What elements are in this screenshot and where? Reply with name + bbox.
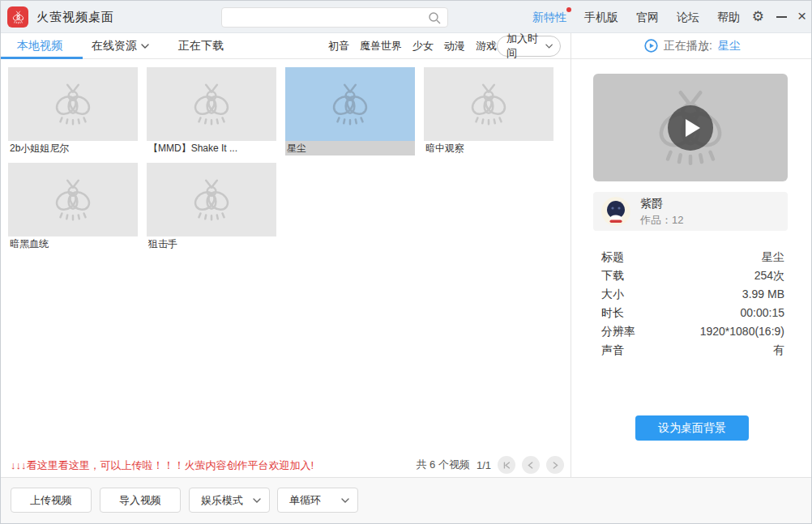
author-works-count: 作品：12 <box>640 213 683 228</box>
status-row: ↓↓↓看这里看这里，可以上传啦！！！火萤内容创作平台欢迎加入! 共 6 个视频 … <box>1 453 571 477</box>
video-card[interactable]: 暗黑血统 <box>8 163 138 251</box>
play-button[interactable] <box>668 105 713 151</box>
play-triangle-icon <box>686 119 700 137</box>
titlebar-links: 新特性 手机版 官网 论坛 帮助 <box>532 11 740 25</box>
now-playing-label: 正在播放: <box>664 39 712 53</box>
app-logo <box>7 6 28 28</box>
author-name: 紫爵 <box>640 197 663 211</box>
video-thumbnail[interactable] <box>8 67 138 141</box>
category-girl[interactable]: 少女 <box>412 39 434 53</box>
link-new-features[interactable]: 新特性 <box>532 11 566 25</box>
detail-row-size: 大小 3.99 MB <box>601 288 784 306</box>
prev-page-button[interactable] <box>522 456 540 474</box>
tab-downloading[interactable]: 正在下载 <box>178 39 224 53</box>
page-indicator: 1/1 <box>477 459 491 471</box>
avatar <box>601 197 630 226</box>
search-icon[interactable] <box>428 11 441 24</box>
import-video-button[interactable]: 导入视频 <box>100 488 181 513</box>
chevron-left-icon <box>526 461 536 470</box>
video-title: 暗黑血统 <box>8 236 138 251</box>
firefly-placeholder-icon <box>48 79 98 130</box>
search-box[interactable] <box>221 7 448 28</box>
category-warcraft[interactable]: 魔兽世界 <box>360 39 402 53</box>
video-thumbnail[interactable] <box>8 163 138 236</box>
now-playing-header: 正在播放: 星尘 <box>571 33 812 59</box>
detail-row-downloads: 下载 254次 <box>601 269 784 288</box>
video-count: 共 6 个视频 <box>416 458 469 472</box>
firefly-placeholder-icon <box>186 175 237 225</box>
detail-row-title: 标题 星尘 <box>601 250 784 269</box>
firefly-placeholder-icon <box>325 79 375 130</box>
video-card-selected[interactable]: 星尘 <box>285 67 415 155</box>
footer-toolbar: 上传视频 导入视频 娱乐模式 单循环 <box>1 477 812 524</box>
play-circle-icon <box>644 39 658 53</box>
next-page-button[interactable] <box>546 456 564 474</box>
app-title: 火萤视频桌面 <box>36 10 114 25</box>
now-playing-panel: 正在播放: 星尘 紫爵 作品：12 标题 星尘 下载 254次 大小 3.99 … <box>571 33 812 477</box>
video-card[interactable]: 【MMD】Shake It ... <box>147 67 276 155</box>
link-official-site[interactable]: 官网 <box>636 11 659 25</box>
video-thumbnail[interactable] <box>424 67 553 141</box>
category-hatsune[interactable]: 初音 <box>328 39 349 53</box>
minimize-button[interactable] <box>776 16 787 18</box>
set-desktop-background-button[interactable]: 设为桌面背景 <box>635 415 749 441</box>
category-filters: 初音 魔兽世界 少女 动漫 游戏 <box>328 33 497 59</box>
first-page-button[interactable] <box>498 456 515 474</box>
tabs: 本地视频 在线资源 正在下载 <box>17 33 224 59</box>
tab-local-videos[interactable]: 本地视频 <box>17 39 62 53</box>
video-preview <box>593 74 788 181</box>
sort-dropdown[interactable]: 加入时间 <box>497 36 561 57</box>
video-details: 标题 星尘 下载 254次 大小 3.99 MB 时长 00:00:15 分辨率… <box>601 250 784 362</box>
chevron-down-icon <box>341 498 349 503</box>
video-thumbnail[interactable] <box>147 67 276 141</box>
category-anime[interactable]: 动漫 <box>444 39 465 53</box>
pagination: 共 6 个视频 1/1 <box>416 456 564 474</box>
firefly-logo-icon <box>11 10 26 25</box>
notification-dot <box>566 7 571 12</box>
author-card[interactable]: 紫爵 作品：12 <box>593 192 788 231</box>
video-title: 狙击手 <box>147 236 276 251</box>
video-thumbnail[interactable] <box>285 67 415 141</box>
video-title: 星尘 <box>285 141 415 155</box>
link-forum[interactable]: 论坛 <box>677 11 699 25</box>
video-card[interactable]: 2b小姐姐尼尔 <box>8 67 138 155</box>
video-title: 【MMD】Shake It ... <box>147 141 276 155</box>
detail-row-resolution: 分辨率 1920*1080(16:9) <box>601 325 784 343</box>
chevron-right-icon <box>550 461 560 470</box>
link-mobile-version[interactable]: 手机版 <box>584 11 618 25</box>
video-title: 暗中观察 <box>424 141 553 155</box>
firefly-placeholder-icon <box>464 79 514 130</box>
upload-promo-text: ↓↓↓看这里看这里，可以上传啦！！！火萤内容创作平台欢迎加入! <box>11 458 314 473</box>
video-card[interactable]: 暗中观察 <box>424 67 553 155</box>
firefly-placeholder-icon <box>186 79 237 130</box>
app-window: 火萤视频桌面 新特性 手机版 官网 论坛 帮助 ⚙ × 本地视频 在线资源 正在… <box>0 0 812 524</box>
chevron-down-icon <box>253 498 261 503</box>
upload-video-button[interactable]: 上传视频 <box>11 488 92 513</box>
search-input[interactable] <box>229 9 423 26</box>
video-title: 2b小姐姐尼尔 <box>8 141 138 155</box>
close-button[interactable]: × <box>797 7 806 25</box>
titlebar: 火萤视频桌面 新特性 手机版 官网 论坛 帮助 ⚙ × <box>1 1 812 33</box>
video-grid: 2b小姐姐尼尔 【MMD】Shake It ... 星尘 暗中观察 暗黑血统 狙… <box>1 59 571 453</box>
first-page-icon <box>502 461 511 470</box>
chevron-down-icon <box>545 44 553 49</box>
loop-mode-dropdown[interactable]: 单循环 <box>277 488 358 513</box>
tab-online-resources[interactable]: 在线资源 <box>92 39 149 53</box>
category-game[interactable]: 游戏 <box>476 39 497 53</box>
video-thumbnail[interactable] <box>147 163 276 236</box>
now-playing-title-link[interactable]: 星尘 <box>718 39 741 53</box>
chevron-down-icon <box>141 44 149 49</box>
detail-row-audio: 声音 有 <box>601 343 784 362</box>
link-help[interactable]: 帮助 <box>717 11 740 25</box>
settings-gear-icon[interactable]: ⚙ <box>752 9 764 25</box>
video-card[interactable]: 狙击手 <box>147 163 276 251</box>
mode-dropdown[interactable]: 娱乐模式 <box>189 488 270 513</box>
firefly-placeholder-icon <box>48 175 98 225</box>
detail-row-duration: 时长 00:00:15 <box>601 306 784 325</box>
